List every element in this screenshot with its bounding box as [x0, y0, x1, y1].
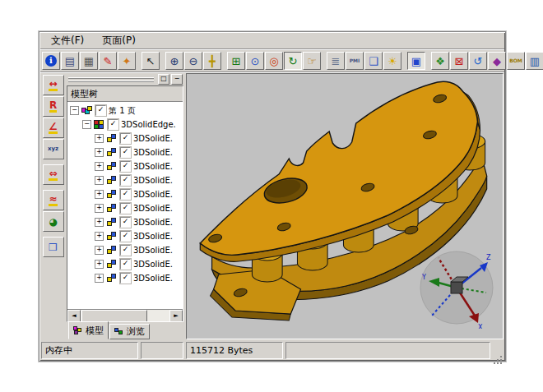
checkbox-checked[interactable]: ✓: [120, 203, 131, 214]
angle-dimension-button[interactable]: ∠: [43, 118, 64, 138]
part-icon: [106, 134, 118, 144]
checkbox-checked[interactable]: ✓: [120, 175, 131, 186]
move-part-icon: ⊠: [455, 56, 464, 67]
expander-plus[interactable]: +: [95, 274, 104, 283]
info-icon: ℹ: [45, 55, 57, 67]
assembly-button[interactable]: ◆: [488, 52, 506, 70]
tab-model[interactable]: 模型: [68, 321, 109, 339]
tree-row-part[interactable]: +✓3DSolidE.: [67, 131, 183, 145]
tree-row-part[interactable]: +✓3DSolidE.: [67, 215, 183, 229]
checkbox-checked[interactable]: ✓: [120, 245, 131, 256]
scrollbar-track[interactable]: [81, 310, 169, 321]
zoom-window-button[interactable]: ⊞: [227, 52, 245, 70]
tree-row-part[interactable]: +✓3DSolidE.: [67, 187, 183, 201]
tree-item-label: 3DSolidE.: [133, 218, 173, 227]
tree-row-part[interactable]: +✓3DSolidE.: [67, 271, 183, 285]
pan-hand-button[interactable]: ☞: [303, 52, 321, 70]
layers-button[interactable]: ≣: [327, 52, 345, 70]
checkbox-checked[interactable]: ✓: [108, 119, 118, 130]
expander-plus[interactable]: +: [95, 246, 104, 255]
zoom-out-button[interactable]: ⊖: [184, 52, 202, 70]
rotate-button[interactable]: ↻: [284, 52, 302, 70]
linear-dimension-button[interactable]: ↔: [43, 75, 64, 95]
curve-length-button[interactable]: ≈: [43, 190, 64, 210]
expander-plus[interactable]: +: [95, 162, 104, 171]
zoom-extents-button[interactable]: ⊙: [246, 52, 264, 70]
expander-minus[interactable]: −: [70, 106, 79, 115]
tree-row-part[interactable]: +✓3DSolidE.: [67, 257, 183, 271]
part-icon: [106, 190, 118, 200]
tree-row-part[interactable]: +✓3DSolidE.: [67, 145, 183, 159]
area-measure-button[interactable]: ◕: [43, 211, 64, 232]
volume-measure-button[interactable]: ❒: [43, 237, 64, 257]
float-panel-button[interactable]: □: [158, 74, 169, 85]
tree-row-part[interactable]: +✓3DSolidE.: [67, 229, 183, 243]
expander-minus[interactable]: −: [82, 120, 91, 129]
part-icon: [106, 246, 118, 256]
checkbox-checked[interactable]: ✓: [120, 133, 131, 144]
checkbox-checked[interactable]: ✓: [120, 189, 131, 200]
distance-measure-button[interactable]: ⇔: [43, 164, 64, 185]
toolbar: ℹ▤▦✎✦↖⊕⊖╋⊞⊙◎↻☞≣PMI❑☀▣❖⊠↺◆BOM▥≡: [39, 50, 505, 71]
zoom-in-button[interactable]: ⊕: [165, 52, 183, 70]
checkbox-checked[interactable]: ✓: [120, 217, 131, 228]
viewport-3d[interactable]: Z X Y: [186, 73, 504, 339]
expander-plus[interactable]: +: [95, 190, 104, 199]
resize-grip[interactable]: [493, 342, 504, 359]
report-button[interactable]: ▥: [526, 52, 543, 70]
snapshot-button[interactable]: ▣: [407, 52, 425, 70]
tree-row-assembly[interactable]: −✓3DSolidEdge.: [67, 118, 183, 131]
orbit-target-button[interactable]: ◎: [265, 52, 283, 70]
checkbox-checked[interactable]: ✓: [120, 259, 131, 270]
rotate-part-button[interactable]: ↺: [469, 52, 487, 70]
checkbox-checked[interactable]: ✓: [120, 273, 131, 284]
expander-plus[interactable]: +: [95, 134, 104, 143]
checkbox-checked[interactable]: ✓: [95, 105, 106, 116]
scroll-left-button[interactable]: ◄: [67, 310, 81, 322]
view-cube-icon: ❑: [369, 56, 378, 67]
stamp-button[interactable]: ✦: [118, 52, 136, 70]
tree-row-part[interactable]: +✓3DSolidE.: [67, 159, 183, 173]
markup-pen-button[interactable]: ✎: [99, 52, 117, 70]
tree-row-page[interactable]: −✓第 1 页: [67, 104, 183, 118]
pmi-button[interactable]: PMI: [346, 52, 364, 70]
expander-plus[interactable]: +: [95, 204, 104, 213]
bom-button[interactable]: BOM: [507, 52, 525, 70]
tab-browse[interactable]: 浏览: [109, 324, 150, 339]
collapse-panel-button[interactable]: −: [171, 74, 183, 85]
coordinate-button[interactable]: xyz: [43, 139, 64, 159]
checkbox-checked[interactable]: ✓: [120, 231, 131, 242]
checkbox-checked[interactable]: ✓: [120, 147, 131, 158]
menu-file[interactable]: 文件(F): [49, 33, 86, 48]
checkbox-checked[interactable]: ✓: [120, 161, 131, 172]
view-cube-button[interactable]: ❑: [364, 52, 383, 70]
distance-measure-icon: ⇔: [49, 168, 57, 181]
tree-row-part[interactable]: +✓3DSolidE.: [67, 201, 183, 215]
orientation-gizmo[interactable]: Z X Y: [415, 247, 498, 329]
print-button[interactable]: ▦: [80, 52, 98, 70]
menu-page[interactable]: 页面(P): [100, 33, 137, 48]
zoom-window-icon: ⊞: [232, 56, 241, 67]
print-preview-button[interactable]: ▤: [61, 52, 79, 70]
expander-plus[interactable]: +: [95, 232, 104, 241]
expander-plus[interactable]: +: [95, 260, 104, 269]
scrollbar-thumb[interactable]: [81, 310, 147, 322]
explode-button[interactable]: ❖: [431, 52, 449, 70]
select-cursor-button[interactable]: ↖: [142, 52, 160, 70]
expander-plus[interactable]: +: [95, 218, 104, 227]
panel-drag-grip[interactable]: [68, 76, 154, 84]
light-icon: ☀: [388, 56, 397, 67]
panel-title-bar[interactable]: □ −: [67, 73, 183, 85]
tree-row-part[interactable]: +✓3DSolidE.: [67, 173, 183, 187]
menu-bar: 文件(F) 页面(P): [39, 32, 505, 48]
expander-plus[interactable]: +: [95, 176, 104, 185]
radius-dimension-button[interactable]: R: [43, 96, 64, 117]
move-part-button[interactable]: ⊠: [450, 52, 468, 70]
tree-row-part[interactable]: +✓3DSolidE.: [67, 243, 183, 257]
pan-button[interactable]: ╋: [203, 52, 221, 70]
light-button[interactable]: ☀: [383, 52, 401, 70]
info-button[interactable]: ℹ: [42, 52, 60, 70]
expander-plus[interactable]: +: [95, 148, 104, 157]
scroll-right-button[interactable]: ►: [169, 310, 183, 322]
page-icon: [81, 106, 93, 116]
